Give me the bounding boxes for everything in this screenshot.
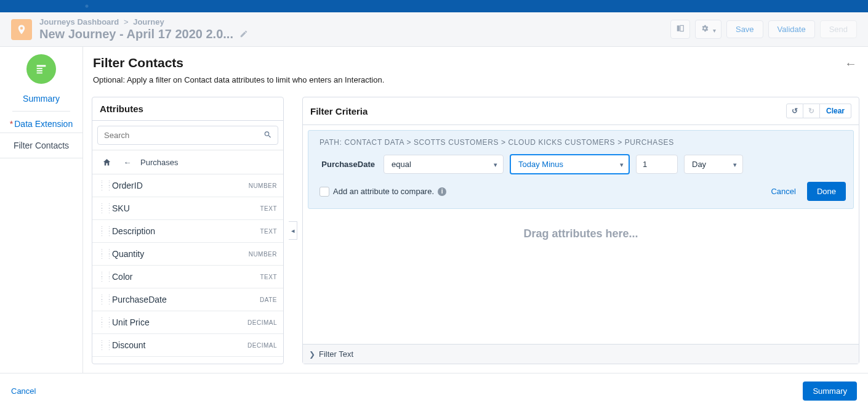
criteria-done-button[interactable]: Done [807,182,846,201]
criteria-path-text: CONTACT DATA > SCOTTS CUSTOMERS > CLOUD … [345,138,674,147]
modal-footer: Cancel Summary [0,373,868,408]
send-button: Send [820,20,857,38]
attribute-item[interactable]: ⋮⋮⋮⋮DiscountDECIMAL [92,334,283,357]
criteria-card: PATH: CONTACT DATA > SCOTTS CUSTOMERS > … [308,130,854,209]
attr-nav-back-icon[interactable]: ← [119,154,135,170]
attr-nav-current: Purchases [140,158,178,167]
save-button[interactable]: Save [726,20,763,38]
criteria-operator-select[interactable]: equal [384,155,504,174]
header-actions: ▾ Save Validate Send [670,20,857,39]
search-icon [263,130,272,141]
attributes-list: ⋮⋮⋮⋮OrderIDNUMBER⋮⋮⋮⋮SKUTEXT⋮⋮⋮⋮Descript… [92,174,283,364]
drag-handle-icon: ⋮⋮⋮⋮ [98,317,108,327]
rail-step-filter-contacts[interactable]: Filter Contacts [0,133,82,158]
criteria-cancel-link[interactable]: Cancel [771,187,795,196]
rail-step-data-extension[interactable]: *Data Extension [0,115,82,133]
criteria-row: PurchaseDate equal Today Minus [316,154,846,174]
criteria-body: PATH: CONTACT DATA > SCOTTS CUSTOMERS > … [303,125,859,344]
page-subtitle: Optional: Apply a filter on Contact data… [93,75,858,84]
work-row: Attributes ← Purchases [83,89,868,373]
svg-rect-0 [677,25,680,31]
header-title-block: Journeys Dashboard > Journey New Journey… [39,17,248,42]
criteria-drop-zone[interactable]: Drag attributes here... [308,209,854,339]
criteria-number-input[interactable] [636,155,678,174]
svg-rect-1 [680,25,683,31]
compare-checkbox[interactable] [319,187,329,197]
criteria-operator-select-wrap: equal [384,155,504,174]
attribute-type: DECIMAL [247,319,277,326]
criteria-relative-select[interactable]: Today Minus [510,154,630,174]
rail-step-summary[interactable]: Summary [0,90,82,107]
attribute-type: TEXT [260,274,277,280]
app-top-banner [0,0,868,12]
clear-button[interactable]: Clear [820,104,851,118]
attributes-panel-title: Attributes [92,97,283,121]
attribute-type: DECIMAL [247,342,277,349]
compare-label: Add an attribute to compare. [333,187,434,196]
journey-title: New Journey - April 17 2020 2.0... [39,27,233,41]
attribute-label: Unit Price [112,317,247,327]
attribute-type: TEXT [260,205,277,212]
attributes-nav: ← Purchases [92,150,283,174]
attribute-item[interactable]: ⋮⋮⋮⋮QuantityNUMBER [92,243,283,266]
footer-cancel-link[interactable]: Cancel [11,386,36,396]
attribute-item[interactable]: ⋮⋮⋮⋮Unit PriceDECIMAL [92,311,283,334]
footer-summary-button[interactable]: Summary [803,381,857,401]
wizard-left-rail: Summary *Data Extension Filter Contacts [0,47,83,373]
drop-zone-text: Drag attributes here... [523,227,638,240]
drag-handle-icon: ⋮⋮⋮⋮ [98,295,108,304]
attribute-label: Discount [112,340,247,350]
collapse-attributes-tab[interactable]: ◂ [289,221,297,240]
filter-text-label: Filter Text [319,349,353,359]
breadcrumb[interactable]: Journeys Dashboard > Journey [39,17,248,27]
attribute-label: SKU [112,203,260,213]
compare-attribute-toggle[interactable]: Add an attribute to compare. i [319,187,446,197]
criteria-panel-head: Filter Criteria ↺ ↻ Clear [303,97,859,125]
attribute-item[interactable]: ⋮⋮⋮⋮SKUTEXT [92,197,283,220]
attribute-item[interactable]: ⋮⋮⋮⋮DescriptionTEXT [92,220,283,243]
drag-handle-icon: ⋮⋮⋮⋮ [98,272,108,282]
modal-main: Filter Contacts Optional: Apply a filter… [83,47,868,373]
attribute-label: Quantity [112,249,249,259]
criteria-toolbar: ↺ ↻ Clear [786,104,851,118]
chevron-right-icon: ❯ [309,350,315,359]
criteria-unit-select[interactable]: Day [684,155,743,174]
modal-body: Summary *Data Extension Filter Contacts … [0,47,868,373]
drag-handle-icon: ⋮⋮⋮⋮ [98,340,108,350]
attributes-search-wrap [92,121,283,150]
drag-handle-icon: ⋮⋮⋮⋮ [98,203,108,213]
journey-app-icon [11,19,32,40]
info-icon[interactable]: i [438,187,446,196]
breadcrumb-root[interactable]: Journeys Dashboard [39,17,119,27]
attribute-label: OrderID [112,181,249,190]
rail-step-data-extension-label: Data Extension [14,119,73,129]
criteria-path-prefix: PATH: [319,138,342,147]
attribute-label: Description [112,226,260,236]
criteria-attribute-label: PurchaseDate [319,160,375,169]
attribute-label: PurchaseDate [112,295,260,304]
attributes-panel: Attributes ← Purchases [92,97,284,364]
edit-title-icon[interactable] [239,27,248,41]
filter-text-toggle[interactable]: ❯ Filter Text [303,344,859,364]
app-header: Journeys Dashboard > Journey New Journey… [0,12,868,47]
redo-button: ↻ [803,104,820,118]
page-title: Filter Contacts [93,55,858,70]
criteria-relative-select-wrap: Today Minus [510,154,630,174]
settings-gear-button[interactable]: ▾ [695,20,721,39]
entry-source-icon [26,54,56,84]
attribute-type: NUMBER [249,251,277,258]
drag-handle-icon: ⋮⋮⋮⋮ [98,181,108,190]
validate-button[interactable]: Validate [768,20,815,38]
attr-nav-home-icon[interactable] [98,154,115,170]
undo-button[interactable]: ↺ [786,104,803,118]
criteria-panel-title: Filter Criteria [310,106,368,116]
modal-shell: Summary *Data Extension Filter Contacts … [0,47,868,408]
close-panel-arrow-icon[interactable]: ← [845,57,857,71]
layout-toggle-button[interactable] [670,20,690,39]
attribute-item[interactable]: ⋮⋮⋮⋮OrderIDNUMBER [92,174,283,197]
attributes-search-input[interactable] [97,126,278,145]
attribute-type: DATE [260,296,277,303]
attribute-item[interactable]: ⋮⋮⋮⋮ColorTEXT [92,266,283,288]
attribute-item[interactable]: ⋮⋮⋮⋮PurchaseDateDATE [92,288,283,311]
attribute-label: Color [112,272,260,282]
